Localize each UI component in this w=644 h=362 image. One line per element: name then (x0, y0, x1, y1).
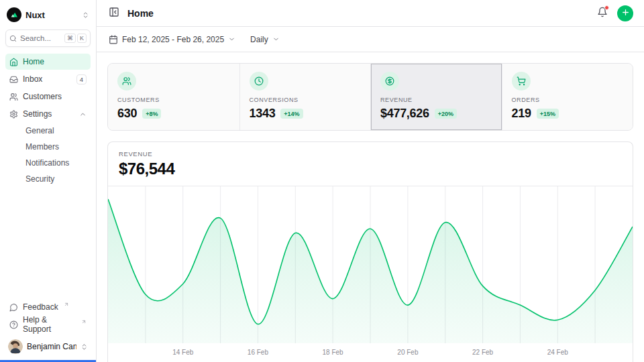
stat-delta-badge: +14% (280, 109, 303, 119)
stat-card-conversions[interactable]: CONVERSIONS 1343 +14% (239, 64, 371, 130)
sidebar-item-general[interactable]: General (5, 123, 91, 138)
sidebar-footer-nav: Feedback Help & Support (5, 299, 91, 333)
svg-text:20 Feb: 20 Feb (397, 349, 419, 356)
search-input[interactable]: Search... ⌘ K (5, 29, 91, 47)
inbox-count-badge: 4 (76, 74, 87, 84)
svg-text:24 Feb: 24 Feb (547, 349, 569, 356)
dollar-circle-icon (380, 72, 399, 90)
filter-toolbar: Feb 12, 2025 - Feb 26, 2025 Daily (97, 27, 644, 52)
chevrons-up-down-icon (82, 11, 89, 19)
sidebar-item-label: Help & Support (23, 315, 76, 334)
stat-value: 630 (117, 107, 137, 121)
stat-delta-badge: +8% (142, 109, 161, 119)
stats-row: CUSTOMERS 630 +8% CONVERSIONS 1343 +14% (107, 63, 633, 131)
sidebar-item-label: Feedback (23, 302, 58, 312)
user-menu[interactable]: Benjamin Canac (5, 337, 91, 357)
sidebar-item-label: Customers (23, 92, 62, 101)
stat-value: $477,626 (380, 107, 429, 121)
svg-text:14 Feb: 14 Feb (172, 349, 194, 356)
sidebar: Nuxt Search... ⌘ K Home (0, 0, 97, 362)
gear-icon (9, 110, 18, 119)
chevron-down-icon (228, 36, 235, 43)
message-icon (9, 303, 18, 312)
users-icon (117, 72, 136, 90)
revenue-card-header: REVENUE $76,544 (108, 142, 633, 186)
svg-text:16 Feb: 16 Feb (248, 349, 269, 356)
inbox-icon (9, 75, 18, 84)
plus-icon (621, 8, 630, 19)
nuxt-logo (7, 7, 21, 22)
granularity-label: Daily (250, 35, 268, 44)
sidebar-item-inbox[interactable]: Inbox 4 (5, 71, 91, 87)
sidebar-item-settings[interactable]: Settings (5, 106, 91, 122)
user-name: Benjamin Canac (27, 342, 76, 351)
svg-text:22 Feb: 22 Feb (472, 349, 494, 356)
kbd-k: K (77, 34, 87, 43)
stat-card-revenue[interactable]: REVENUE $477,626 +20% (370, 64, 502, 130)
stat-card-orders[interactable]: ORDERS 219 +15% (502, 64, 633, 130)
stat-value: 1343 (250, 107, 276, 121)
svg-text:18 Feb: 18 Feb (323, 349, 344, 356)
workspace-name: Nuxt (25, 10, 78, 20)
chevrons-up-down-icon (80, 343, 88, 351)
kbd-meta: ⌘ (64, 34, 76, 43)
chart-title: REVENUE (119, 150, 622, 158)
sidebar-item-notifications[interactable]: Notifications (5, 156, 91, 170)
help-circle-icon (9, 320, 18, 329)
panel-left-icon (109, 7, 119, 19)
stat-label: ORDERS (512, 97, 624, 103)
users-icon (9, 93, 18, 101)
granularity-button[interactable]: Daily (249, 32, 281, 47)
clock-icon (250, 72, 268, 90)
content-area: CUSTOMERS 630 +8% CONVERSIONS 1343 +14% (97, 52, 644, 362)
date-range-label: Feb 12, 2025 - Feb 26, 2025 (122, 35, 224, 44)
chart-body: 14 Feb16 Feb18 Feb20 Feb22 Feb24 Feb (108, 186, 633, 362)
workspace-switcher[interactable]: Nuxt (5, 5, 91, 24)
stat-label: REVENUE (380, 97, 492, 103)
chart-current-value: $76,544 (119, 160, 622, 178)
header-actions (596, 5, 633, 21)
external-link-icon (64, 302, 69, 307)
stat-label: CONVERSIONS (250, 97, 362, 103)
add-button[interactable] (617, 5, 633, 21)
notifications-button[interactable] (596, 5, 609, 21)
sidebar-item-customers[interactable]: Customers (5, 88, 91, 105)
sidebar-item-feedback[interactable]: Feedback (5, 299, 91, 315)
stat-delta-badge: +20% (435, 109, 457, 119)
revenue-card: REVENUE $76,544 14 Feb16 Feb18 Feb20 Feb… (107, 141, 633, 362)
app-window: Nuxt Search... ⌘ K Home (0, 0, 644, 362)
external-link-icon (81, 319, 87, 324)
stat-label: CUSTOMERS (117, 97, 230, 103)
chevron-up-icon (79, 111, 87, 118)
chevron-down-icon (272, 36, 280, 43)
main-header: Home (97, 0, 644, 27)
search-placeholder: Search... (20, 34, 61, 42)
sidebar-item-label: Home (23, 57, 44, 66)
stat-card-customers[interactable]: CUSTOMERS 630 +8% (108, 64, 239, 130)
main-panel: Home Feb 12, 2 (97, 0, 644, 362)
sidebar-item-label: Inbox (23, 74, 42, 84)
date-range-button[interactable]: Feb 12, 2025 - Feb 26, 2025 (107, 32, 237, 47)
page-title: Home (127, 8, 154, 19)
stat-value: 219 (512, 107, 531, 121)
search-shortcut: ⌘ K (64, 34, 87, 43)
notification-dot (604, 5, 609, 10)
home-icon (9, 58, 18, 66)
sidebar-item-label: Settings (23, 109, 52, 119)
avatar (8, 339, 23, 354)
search-icon (9, 35, 17, 42)
sidebar-item-home[interactable]: Home (5, 54, 91, 70)
sidebar-item-security[interactable]: Security (5, 172, 91, 186)
sidebar-item-members[interactable]: Members (5, 139, 91, 154)
sidebar-nav: Home Inbox 4 Customers Settings (5, 54, 91, 186)
cart-icon (512, 72, 531, 90)
stat-delta-badge: +15% (537, 109, 559, 119)
revenue-chart[interactable]: 14 Feb16 Feb18 Feb20 Feb22 Feb24 Feb (108, 186, 633, 362)
sidebar-item-help-support[interactable]: Help & Support (5, 316, 91, 333)
sidebar-toggle-button[interactable] (107, 5, 121, 21)
calendar-icon (109, 35, 118, 44)
sidebar-spacer (5, 186, 91, 292)
